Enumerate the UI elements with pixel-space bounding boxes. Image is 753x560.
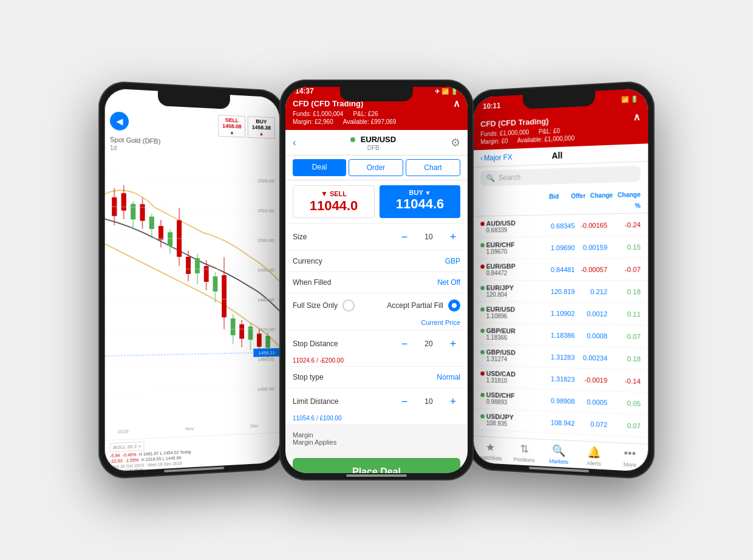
market-row-1[interactable]: EUR/CHF 1.09670 1.09690 0.00159 0.15 xyxy=(474,236,648,259)
search-bar[interactable]: 🔍 Search xyxy=(480,166,641,186)
market-row-3[interactable]: EUR/JPY 120.804 120.819 0.212 0.18 xyxy=(474,281,648,303)
status-dot-0 xyxy=(480,222,485,226)
settings-icon[interactable]: ⚙ xyxy=(451,136,460,149)
buy-label: BUY 1458.38 ▲ xyxy=(248,116,274,138)
buy-label: BUY ▼ xyxy=(383,189,457,196)
limit-distance-label: Limit Distance xyxy=(293,397,397,406)
margin: Margin: £2,960 xyxy=(293,118,333,125)
size-value: 10 xyxy=(417,233,441,241)
funds: Funds: £1,000,000 xyxy=(480,129,529,137)
market-row-5[interactable]: GBP/EUR 1.18366 1.18386 0.0008 0.07 xyxy=(474,323,648,348)
market-bid-4: 1.10896 xyxy=(486,313,515,319)
available: Available: £997,069 xyxy=(343,118,397,125)
svg-line-42 xyxy=(105,269,279,270)
offer-8: 0.98908 xyxy=(543,397,575,405)
tab-chart[interactable]: Chart xyxy=(406,159,460,176)
offer-9: 108.942 xyxy=(543,418,575,426)
instrument-cell-5: GBP/EUR 1.18366 xyxy=(480,327,543,341)
size-increase[interactable]: + xyxy=(446,230,460,244)
offer-5: 1.18386 xyxy=(543,331,575,339)
limit-note: 11054.6 / £100.00 xyxy=(285,415,468,424)
svg-text:Nov: Nov xyxy=(185,426,194,432)
price-row: ▼ SELL 11044.0 BUY ▼ 11044.6 xyxy=(285,180,468,223)
offer-0: 0.68345 xyxy=(543,222,575,230)
stop-type-row: Stop type Normal xyxy=(285,366,468,388)
status-dot-3 xyxy=(480,286,485,290)
nav-alerts[interactable]: 🔔 Alerts xyxy=(576,445,612,467)
svg-line-44 xyxy=(105,329,279,331)
buy-price-box[interactable]: BUY ▼ 11044.6 xyxy=(380,185,460,218)
nav-watchlists[interactable]: ★ Watchlists xyxy=(474,440,507,462)
size-decrease[interactable]: − xyxy=(397,230,412,244)
status-dot-5 xyxy=(480,329,485,333)
offer-6: 1.31283 xyxy=(543,353,575,361)
svg-text:1510.00: 1510.00 xyxy=(257,208,274,213)
status-dot-2 xyxy=(480,265,485,269)
limit-decrease[interactable]: − xyxy=(397,394,412,409)
market-bid-6: 1.31274 xyxy=(486,355,516,363)
change-pct-0: -0.24 xyxy=(607,220,641,228)
market-bid-2: 0.84472 xyxy=(486,270,516,276)
limit-increase[interactable]: + xyxy=(446,394,460,409)
margin-label: Margin xyxy=(293,431,460,439)
status-dot-7 xyxy=(480,372,485,376)
timeframe: 1d xyxy=(110,145,117,152)
svg-line-45 xyxy=(105,358,279,363)
market-bid-0: 0.68339 xyxy=(486,227,516,234)
status-time: 10:11 xyxy=(483,101,500,111)
instrument-cell-8: USD/CHF 0.98893 xyxy=(480,391,543,407)
market-name-0: AUD/USD xyxy=(486,219,516,227)
market-name-1: EUR/CHF xyxy=(486,241,515,248)
header-close[interactable]: ∧ xyxy=(633,111,640,123)
accept-partial-radio[interactable] xyxy=(448,299,460,312)
nav-markets[interactable]: 🔍 Markets xyxy=(541,443,576,466)
sell-price-box[interactable]: ▼ SELL 11044.0 xyxy=(293,185,375,218)
change-pct-6: 0.18 xyxy=(607,354,641,362)
col-bid: Bid xyxy=(532,190,559,213)
col-change: Change xyxy=(585,189,613,211)
chart-price-labels: SELL 1458.08 ▲ BUY 1458.38 ▲ xyxy=(218,115,274,139)
svg-text:Dec: Dec xyxy=(251,423,259,429)
status-dot-6 xyxy=(480,350,485,354)
market-row-2[interactable]: EUR/GBP 0.84472 0.84481 -0.00057 -0.07 xyxy=(474,258,648,281)
search-icon: 🔍 xyxy=(486,174,495,182)
stop-value: 20 xyxy=(417,340,441,348)
chart-screen: ◀ SELL 1458.08 ▲ BUY 1458.38 ▲ xyxy=(105,88,279,472)
change-9: 0.072 xyxy=(574,420,607,428)
header-title: CFD (CFD Trading) xyxy=(480,117,548,129)
change-pct-8: 0.05 xyxy=(607,398,641,407)
change-pct-7: -0.14 xyxy=(607,377,641,385)
svg-line-43 xyxy=(105,299,279,300)
tab-order[interactable]: Order xyxy=(349,159,403,176)
chart-back-button[interactable]: ◀ xyxy=(110,111,129,131)
instrument-cell-2: EUR/GBP 0.84472 xyxy=(480,262,543,276)
instrument-name: EUR/USD xyxy=(361,135,397,144)
market-row-4[interactable]: EUR/USD 1.10896 1.10902 0.0012 0.11 xyxy=(474,302,648,326)
tab-deal[interactable]: Deal xyxy=(293,159,346,176)
svg-line-39 xyxy=(105,176,279,180)
stop-decrease[interactable]: − xyxy=(397,336,412,351)
change-0: -0.00165 xyxy=(574,221,607,229)
positions-icon: ⇅ xyxy=(520,442,529,456)
currency-row: Currency GBP xyxy=(285,250,468,271)
change-pct-1: 0.15 xyxy=(607,243,641,251)
accept-partial-label: Accept Partial Fill xyxy=(387,301,443,310)
col-change-pct: Change % xyxy=(613,188,641,211)
svg-text:1458.21: 1458.21 xyxy=(259,350,276,355)
place-deal-button[interactable]: Place Deal xyxy=(293,458,460,473)
full-size-radio[interactable] xyxy=(342,299,355,312)
deal-screen: 14:37 ✈ 📶 🔋 CFD (CFD Trading) ∧ Funds: £… xyxy=(285,87,468,473)
market-row-0[interactable]: AUD/USD 0.68339 0.68345 -0.00165 -0.24 xyxy=(474,213,648,238)
nav-positions[interactable]: ⇅ Positions xyxy=(507,442,541,463)
nav-back[interactable]: ‹ Major FX xyxy=(480,153,512,163)
svg-text:1490.00: 1490.00 xyxy=(257,267,274,273)
nav-more[interactable]: ••• More xyxy=(612,446,648,470)
stop-increase[interactable]: + xyxy=(446,336,460,351)
change-5: 0.0008 xyxy=(574,332,607,340)
change-4: 0.0012 xyxy=(574,310,607,318)
svg-rect-31 xyxy=(248,327,253,340)
svg-text:1500.00: 1500.00 xyxy=(257,237,274,243)
change-pct-2: -0.07 xyxy=(607,265,641,273)
sell-label: SELL 1458.08 ▲ xyxy=(218,115,245,138)
header-close[interactable]: ∧ xyxy=(453,98,460,109)
